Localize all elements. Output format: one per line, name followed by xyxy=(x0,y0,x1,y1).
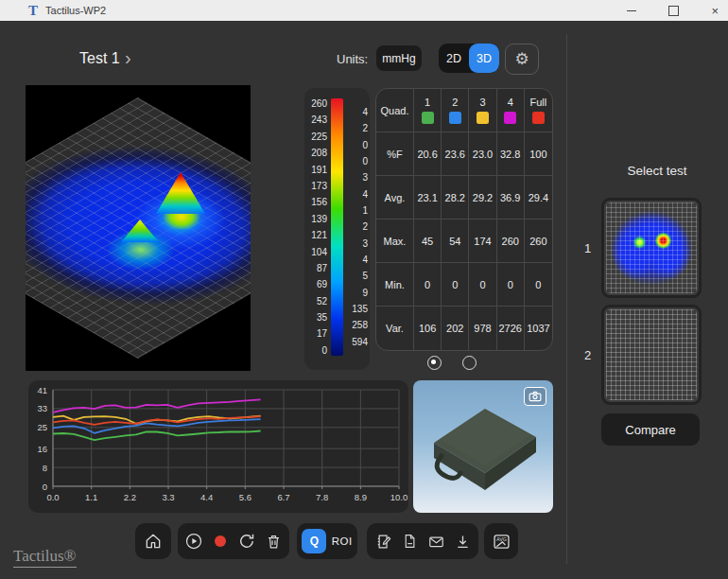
trend-line-quad-4 xyxy=(53,399,261,412)
table-cell: 23.1 xyxy=(414,176,442,219)
svg-text:6.7: 6.7 xyxy=(277,492,289,502)
colorbar-label: 17 xyxy=(306,328,327,339)
pressure-3d-view[interactable] xyxy=(26,85,251,371)
colorbar-panel: 2602432252081911731561391211048769523517… xyxy=(304,88,370,370)
colorbar-label: 173 xyxy=(306,181,327,191)
table-cell: 260 xyxy=(497,219,525,263)
svg-text:1.1: 1.1 xyxy=(85,492,97,502)
colorbar-count: 3 xyxy=(347,238,368,249)
colorbar-count: 5 xyxy=(347,271,368,281)
product-photo xyxy=(413,380,553,513)
colorbar-label: 0 xyxy=(306,345,327,356)
table-cell: 45 xyxy=(414,219,442,263)
svg-text:7.8: 7.8 xyxy=(316,492,328,502)
toggle-3d[interactable]: 3D xyxy=(469,44,499,73)
minimize-button[interactable] xyxy=(627,10,636,11)
toolbar-home-group xyxy=(135,523,171,559)
table-row-label: Avg. xyxy=(376,176,414,219)
colorbar-count: 0 xyxy=(347,140,368,150)
compare-button[interactable]: Compare xyxy=(601,413,700,446)
colorbar-count: 1 xyxy=(347,205,368,216)
table-cell: 29.4 xyxy=(525,176,552,219)
svg-text:4.4: 4.4 xyxy=(200,492,213,502)
colorbar-gradient xyxy=(331,98,343,356)
table-cell: 36.9 xyxy=(497,176,525,219)
page-radio-1[interactable] xyxy=(427,356,442,370)
svg-text:8.9: 8.9 xyxy=(355,492,367,502)
play-button[interactable] xyxy=(183,531,204,552)
view-mode-toggle: 2D 3D xyxy=(439,44,499,73)
colorbar-label: 139 xyxy=(306,214,327,224)
table-cell: 0 xyxy=(442,263,469,307)
record-button[interactable] xyxy=(210,531,231,552)
table-col-header: 2 xyxy=(442,89,469,132)
table-row-label: Max. xyxy=(376,219,414,263)
svg-text:16: 16 xyxy=(37,444,47,454)
table-cell: 23.6 xyxy=(442,132,469,176)
app-window: T Tactilus-WP2 × Test 1 › Units: mmHg 2D… xyxy=(0,0,728,579)
test-name-label[interactable]: Test 1 xyxy=(79,50,120,67)
table-cell: 2726 xyxy=(497,307,525,350)
table-cell: 202 xyxy=(442,307,469,350)
table-cell: 100 xyxy=(525,132,552,176)
colorbar-count: 3 xyxy=(347,172,368,183)
quadrant-color-swatch xyxy=(532,112,545,124)
table-cell: 28.2 xyxy=(442,176,469,219)
svg-text:0: 0 xyxy=(43,482,47,492)
test-1-thumbnail[interactable] xyxy=(601,198,702,298)
colorbar-label: 260 xyxy=(306,98,327,109)
units-value-button[interactable]: mmHg xyxy=(376,45,422,71)
sidebar-divider xyxy=(566,34,567,564)
colorbar-scale-labels: 2602432252081911731561391211048769523517… xyxy=(306,98,327,356)
colorbar-count: 9 xyxy=(347,288,368,298)
colorbar-count: 258 xyxy=(347,320,368,330)
document-icon xyxy=(401,533,418,550)
svg-text:41: 41 xyxy=(37,385,47,395)
quadrant-color-swatch xyxy=(477,112,489,124)
colorbar-count: 0 xyxy=(347,156,368,167)
svg-text:AVG: AVG xyxy=(495,536,506,542)
units-label: Units: xyxy=(337,52,368,66)
settings-button[interactable]: ⚙ xyxy=(505,44,539,75)
title-bar: T Tactilus-WP2 × xyxy=(0,0,728,21)
table-cell: 29.2 xyxy=(469,176,496,219)
toolbar-average-group: AVG xyxy=(484,523,518,559)
table-cell: 106 xyxy=(414,307,442,350)
toolbar-record-group xyxy=(178,523,289,559)
test-2-thumbnail[interactable] xyxy=(601,305,702,405)
colorbar-count: 4 xyxy=(347,107,368,117)
table-cell: 0 xyxy=(497,263,525,307)
page-radio-2[interactable] xyxy=(462,356,477,370)
roi-button[interactable]: ROI xyxy=(332,535,353,547)
quadrant-stats-table: Quad.1234Full%F20.623.623.032.8100Avg.23… xyxy=(376,89,552,350)
chevron-right-icon[interactable]: › xyxy=(125,47,131,69)
colorbar-label: 225 xyxy=(306,132,327,142)
table-cell: 1037 xyxy=(525,307,552,350)
email-button[interactable] xyxy=(425,531,446,552)
trash-icon xyxy=(265,533,283,551)
table-cell: 20.6 xyxy=(414,132,442,176)
refresh-icon xyxy=(237,532,256,551)
home-button[interactable] xyxy=(143,531,164,552)
colorbar-label: 191 xyxy=(306,165,327,175)
colorbar-count: 2 xyxy=(347,123,368,133)
delete-button[interactable] xyxy=(263,531,284,552)
quadrant-mode-button[interactable]: Q xyxy=(302,529,326,553)
table-col-header: Full xyxy=(525,89,552,132)
close-button[interactable]: × xyxy=(711,5,719,17)
quadrant-color-swatch xyxy=(449,112,461,124)
refresh-button[interactable] xyxy=(236,531,257,552)
camera-button[interactable] xyxy=(524,387,546,406)
average-image-button[interactable]: AVG xyxy=(491,531,511,552)
mail-icon xyxy=(427,533,445,551)
colorbar-label: 104 xyxy=(306,247,327,257)
toggle-2d[interactable]: 2D xyxy=(439,44,469,73)
maximize-button[interactable] xyxy=(668,6,679,16)
test-2-label: 2 xyxy=(584,348,591,362)
svg-text:5.6: 5.6 xyxy=(239,492,251,502)
table-cell: 32.8 xyxy=(497,132,525,176)
report-button[interactable] xyxy=(373,531,393,552)
table-row-label: Var. xyxy=(376,307,414,350)
download-button[interactable] xyxy=(452,531,473,552)
document-export-button[interactable] xyxy=(399,531,420,552)
